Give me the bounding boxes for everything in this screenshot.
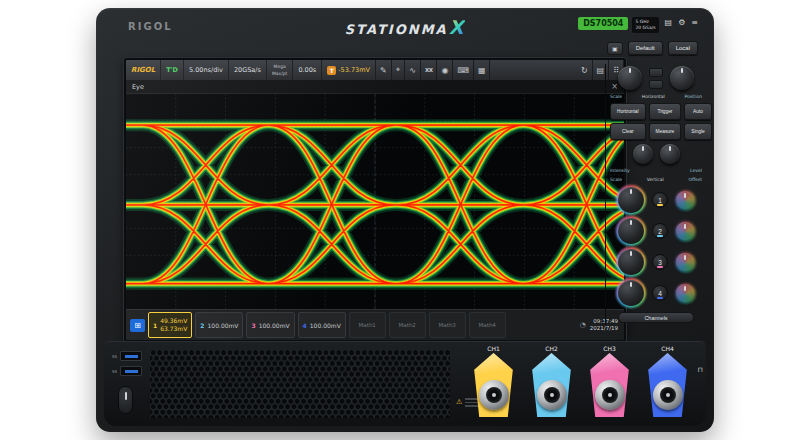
waveform-area[interactable] xyxy=(126,94,624,309)
channel-2-button[interactable]: 2 xyxy=(652,223,668,239)
intensity-knob[interactable] xyxy=(633,144,653,164)
math3-status[interactable]: Math3 xyxy=(429,312,466,338)
intensity-labels: IntensityLevel xyxy=(610,168,702,173)
channel-2-status[interactable]: 2100.00mV xyxy=(195,312,243,338)
probe-comp-icon: ⊓ xyxy=(698,366,703,374)
usb-ss-label: SS xyxy=(112,354,117,359)
ch4-wedge xyxy=(647,353,689,417)
channel-2-row: 2 xyxy=(618,218,694,244)
usb-ss-label-2: SS xyxy=(112,369,117,374)
intensity-knob-row xyxy=(633,144,680,164)
local-button[interactable]: Local xyxy=(668,41,698,55)
usb-ports: SS SS xyxy=(112,351,142,376)
ch3-scale-knob-face xyxy=(618,249,644,275)
usb-port-1[interactable] xyxy=(120,351,142,361)
horizontal-scale-knob[interactable] xyxy=(618,66,642,90)
zoom-button[interactable] xyxy=(649,68,663,77)
channel-4-row: 4 xyxy=(618,280,694,306)
usb-port-2-row: SS xyxy=(112,366,142,376)
usb-port-2[interactable] xyxy=(120,366,142,376)
ch2-offset-knob[interactable] xyxy=(676,222,694,240)
power-button[interactable] xyxy=(118,386,133,414)
ch4-offset-knob[interactable] xyxy=(676,284,694,302)
snapshot-button[interactable]: ▣ xyxy=(607,42,623,55)
ch4-scale-knob[interactable] xyxy=(618,280,644,306)
ch1-value-1: 49.36mV xyxy=(160,317,187,325)
horizontal-button[interactable]: Horizontal xyxy=(610,103,646,120)
sample-rate: 20GSa/s xyxy=(229,60,267,80)
channel-controls: 1 2 3 4 xyxy=(618,187,694,306)
channel-1-row: 1 xyxy=(618,187,694,213)
usb-port-1-row: SS xyxy=(112,351,142,361)
page: RIGOL STATIONMAX DS70504 5 GHz20 GSa/s ▤… xyxy=(0,0,810,432)
series-logo: STATIONMAX xyxy=(295,16,515,38)
model-badge: DS70504 xyxy=(578,17,628,30)
default-button[interactable]: Default xyxy=(628,41,663,55)
ch4-bnc-input[interactable] xyxy=(653,380,683,410)
ch2-bnc-input[interactable] xyxy=(537,380,567,410)
channel-1-button[interactable]: 1 xyxy=(652,192,668,208)
ch1-offset-knob[interactable] xyxy=(676,191,694,209)
measure-button[interactable]: Measure xyxy=(649,123,682,140)
keyboard-icon[interactable]: ⌨ xyxy=(453,60,474,80)
function-buttons: Horizontal Trigger Auto Clear Measure Si… xyxy=(610,103,702,140)
settings-icon[interactable]: ⚙ xyxy=(678,17,685,28)
ch1-scale-knob[interactable] xyxy=(618,187,644,213)
channel-3-button[interactable]: 3 xyxy=(652,254,668,270)
clock-icon: ◔ xyxy=(580,321,586,329)
timebase-control[interactable]: 5.00ns/div xyxy=(184,60,229,80)
ch1-scale-knob-face xyxy=(618,187,644,213)
quick-buttons: ▣ Default Local xyxy=(607,41,698,55)
math2-status[interactable]: Math2 xyxy=(389,312,426,338)
front-panel: SS SS ⚠ xyxy=(104,341,706,426)
brand-logo: RIGOL xyxy=(128,21,173,32)
cursor-icon[interactable]: ⌖ xyxy=(392,60,406,80)
history-icon[interactable]: ↻ xyxy=(577,60,593,80)
trigger-settings[interactable]: T-53.73mV xyxy=(322,60,376,80)
screen: RIGOL T'D 5.00ns/div 20GSa/s MegaMax/pt … xyxy=(124,58,626,342)
system-icon[interactable]: ⊞ xyxy=(130,319,145,332)
edit-icon[interactable]: ✎ xyxy=(376,60,392,80)
ch3-connector: CH3 xyxy=(585,345,634,417)
channel-3-status[interactable]: 3100.00mV xyxy=(246,312,294,338)
search-button[interactable] xyxy=(649,80,663,89)
clear-button[interactable]: Clear xyxy=(610,123,646,140)
ch1-connector: CH1 xyxy=(469,345,518,417)
horizontal-labels: ScaleHorizontalPosition xyxy=(610,94,702,99)
display-icon[interactable]: ▤ xyxy=(665,17,673,28)
ch2-connector: CH2 xyxy=(527,345,576,417)
ch3-bnc-input[interactable] xyxy=(595,380,625,410)
model-specs: 5 GHz20 GSa/s xyxy=(632,17,658,33)
ch3-offset-knob[interactable] xyxy=(676,253,694,271)
channel-4-status[interactable]: 4100.00mV xyxy=(298,312,346,338)
ch2-wedge xyxy=(531,353,573,417)
single-button[interactable]: Single xyxy=(684,123,711,140)
ch4-connector-label: CH4 xyxy=(661,345,674,352)
horizontal-position-knob[interactable] xyxy=(670,66,694,90)
eye-icon[interactable]: ◉ xyxy=(437,60,453,80)
channel-1-status[interactable]: 1 49.36mV63.73mV xyxy=(148,312,192,338)
ch4-scale-knob-face xyxy=(618,280,644,306)
speaker-grille xyxy=(150,350,450,418)
spec-samplerate: 20 GSa/s xyxy=(635,25,655,30)
trigger-button[interactable]: Trigger xyxy=(649,103,682,120)
ch1-bnc-input[interactable] xyxy=(479,380,509,410)
input-connectors: CH1 CH2 CH3 CH4 xyxy=(469,345,692,417)
ch1-wedge xyxy=(473,353,515,417)
eye-diagram xyxy=(126,94,624,309)
grid-icon[interactable]: ▦ xyxy=(474,60,491,80)
menu-icon[interactable]: ≡ xyxy=(691,17,698,28)
channels-button[interactable]: Channels xyxy=(618,312,694,323)
math4-status[interactable]: Math4 xyxy=(469,312,506,338)
trigger-level-knob[interactable] xyxy=(660,144,680,164)
math-icon[interactable]: ∿ xyxy=(405,60,421,80)
horizontal-position-readout[interactable]: 0.00s xyxy=(293,60,322,80)
ch1-value-2: 63.73mV xyxy=(160,325,187,333)
channel-4-button[interactable]: 4 xyxy=(652,285,668,301)
vertical-labels: ScaleVerticalOffset xyxy=(610,177,702,182)
auto-button[interactable]: Auto xyxy=(684,103,711,120)
ch2-scale-knob[interactable] xyxy=(618,218,644,244)
math1-status[interactable]: Math1 xyxy=(349,312,386,338)
ch3-scale-knob[interactable] xyxy=(618,249,644,275)
jitter-icon[interactable]: XX xyxy=(421,60,437,80)
